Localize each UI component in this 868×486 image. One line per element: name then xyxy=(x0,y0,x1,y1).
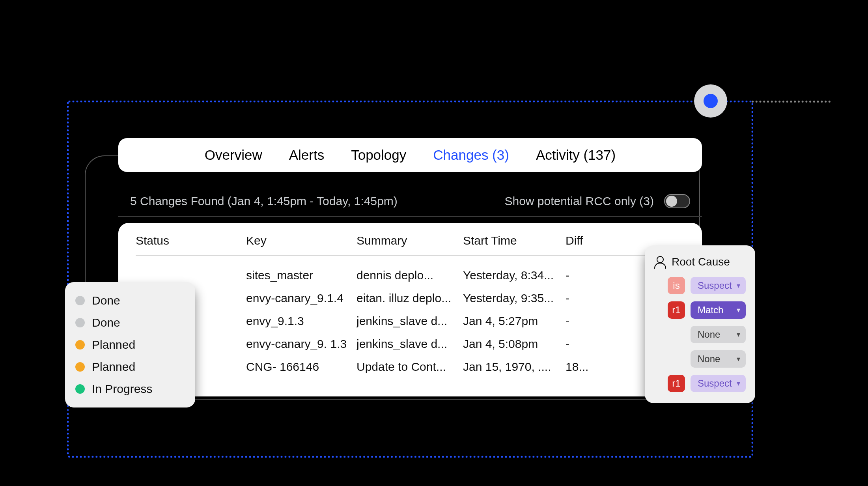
cell-diff: - xyxy=(566,314,644,328)
dotted-frame-extension xyxy=(752,101,831,103)
node-marker-dot xyxy=(704,94,718,108)
tab-activity[interactable]: Activity (137) xyxy=(536,147,616,163)
tab-bar: Overview Alerts Topology Changes (3) Act… xyxy=(118,138,702,172)
node-marker xyxy=(694,84,727,118)
root-cause-row: is Suspect ▾ xyxy=(654,277,746,294)
chevron-down-icon: ▾ xyxy=(737,355,740,363)
root-cause-select[interactable]: None ▾ xyxy=(691,350,746,368)
table-row[interactable]: envy-canary_9. 1.3 jenkins_slave d... Ja… xyxy=(136,333,685,355)
status-label: Done xyxy=(92,294,120,307)
table-header-row: Status Key Summary Start Time Diff xyxy=(136,234,685,256)
status-card: Done Done Planned Planned In Progress xyxy=(65,282,195,407)
changes-table: Status Key Summary Start Time Diff sites… xyxy=(118,223,702,396)
tab-changes[interactable]: Changes (3) xyxy=(433,147,509,163)
col-start: Start Time xyxy=(463,234,566,247)
tab-alerts[interactable]: Alerts xyxy=(289,147,324,163)
tab-topology[interactable]: Topology xyxy=(351,147,406,163)
table-row[interactable]: envy-canary_9.1.4 eitan. illuz deplo... … xyxy=(136,287,685,310)
status-dot-icon xyxy=(75,296,85,305)
cell-start: Jan 4, 5:08pm xyxy=(463,337,566,351)
cell-key: envy-canary_9.1.4 xyxy=(246,292,357,305)
cell-diff: 18... xyxy=(566,360,644,374)
status-label: Planned xyxy=(92,338,135,351)
col-status: Status xyxy=(136,234,246,247)
table-row[interactable]: sites_master dennis deplo... Yesterday, … xyxy=(136,264,685,287)
cell-start: Yesterday, 9:35... xyxy=(463,292,566,305)
cell-summary: jenkins_slave d... xyxy=(357,337,463,351)
chevron-down-icon: ▾ xyxy=(737,379,740,388)
status-dot-icon xyxy=(75,318,85,327)
cell-status xyxy=(136,269,246,282)
status-label: Done xyxy=(92,316,120,329)
root-cause-title: Root Cause xyxy=(672,256,730,268)
rcc-only-toggle[interactable] xyxy=(664,194,690,208)
root-cause-badge: r1 xyxy=(668,375,685,392)
cell-summary: eitan. illuz deplo... xyxy=(357,292,463,305)
root-cause-header: Root Cause xyxy=(654,256,746,268)
cell-summary: Update to Cont... xyxy=(357,360,463,374)
root-cause-badge: r1 xyxy=(668,301,685,319)
root-cause-select[interactable]: Match ▾ xyxy=(691,301,746,319)
person-icon xyxy=(654,256,665,268)
status-item: Done xyxy=(75,316,185,329)
cell-key: CNG- 166146 xyxy=(246,360,357,374)
cell-key: envy-canary_9. 1.3 xyxy=(246,337,357,351)
root-cause-select[interactable]: Suspect ▾ xyxy=(691,277,746,294)
root-cause-row: r1 Suspect ▾ xyxy=(654,375,746,392)
status-item: Planned xyxy=(75,360,185,374)
col-key: Key xyxy=(246,234,357,247)
chevron-down-icon: ▾ xyxy=(737,306,740,314)
tab-overview[interactable]: Overview xyxy=(205,147,262,163)
cell-summary: dennis deplo... xyxy=(357,269,463,282)
cell-key: envy_9.1.3 xyxy=(246,314,357,328)
cell-start: Yesterday, 8:34... xyxy=(463,269,566,282)
root-cause-row: None ▾ xyxy=(654,326,746,343)
status-dot-icon xyxy=(75,340,85,350)
root-cause-select-label: None xyxy=(698,329,720,340)
status-dot-icon xyxy=(75,384,85,394)
cell-diff: - xyxy=(566,269,644,282)
status-item: Planned xyxy=(75,338,185,351)
root-cause-row: r1 Match ▾ xyxy=(654,301,746,319)
toggle-knob xyxy=(666,196,677,207)
cell-key: sites_master xyxy=(246,269,357,282)
root-cause-badge: is xyxy=(668,277,685,294)
chevron-down-icon: ▾ xyxy=(737,281,740,290)
chevron-down-icon: ▾ xyxy=(737,330,740,339)
root-cause-select[interactable]: None ▾ xyxy=(691,326,746,343)
cell-diff: - xyxy=(566,292,644,305)
root-cause-select[interactable]: Suspect ▾ xyxy=(691,375,746,392)
cell-summary: jenkins_slave d... xyxy=(357,314,463,328)
status-label: Planned xyxy=(92,360,135,374)
status-label: In Progress xyxy=(92,382,152,396)
root-cause-card: Root Cause is Suspect ▾ r1 Match ▾ None … xyxy=(645,245,755,403)
status-dot-icon xyxy=(75,362,85,372)
cell-diff: - xyxy=(566,337,644,351)
changes-subheader: 5 Changes Found (Jan 4, 1:45pm - Today, … xyxy=(118,185,702,217)
status-item: In Progress xyxy=(75,382,185,396)
table-row[interactable]: envy_9.1.3 jenkins_slave d... Jan 4, 5:2… xyxy=(136,310,685,333)
root-cause-row: None ▾ xyxy=(654,350,746,368)
cell-start: Jan 15, 1970, .... xyxy=(463,360,566,374)
col-diff: Diff xyxy=(566,234,644,247)
root-cause-select-label: Suspect xyxy=(698,280,732,291)
changes-found-text: 5 Changes Found (Jan 4, 1:45pm - Today, … xyxy=(130,194,398,208)
rcc-only-label: Show potential RCC only (3) xyxy=(504,194,654,208)
status-item: Done xyxy=(75,294,185,307)
cell-start: Jan 4, 5:27pm xyxy=(463,314,566,328)
root-cause-select-label: Match xyxy=(698,305,723,316)
root-cause-select-label: Suspect xyxy=(698,378,732,389)
root-cause-select-label: None xyxy=(698,353,720,364)
table-row[interactable]: CNG- 166146 Update to Cont... Jan 15, 19… xyxy=(136,355,685,378)
col-summary: Summary xyxy=(357,234,463,247)
